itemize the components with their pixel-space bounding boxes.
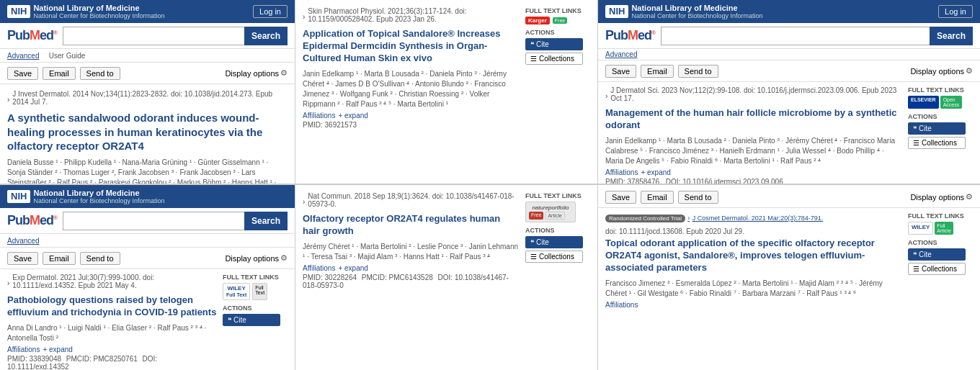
article-3-authors: Jérémy Chéret ¹ · Marta Bertolini ² · Le… [303, 242, 520, 262]
article-1-area: › J Invest Dermatol. 2014 Nov;134(11):28… [0, 84, 295, 185]
quote-icon-3: ❝ [530, 238, 534, 246]
article-5-collections-button[interactable]: ☰ Collections [908, 137, 966, 149]
article-3-cite-button[interactable]: ❝ Cite [525, 236, 583, 248]
display-options-3[interactable]: Display options ⚙ [910, 66, 973, 76]
search-input-2[interactable] [63, 212, 244, 230]
email-button[interactable]: Email [43, 67, 76, 80]
email-button-3[interactable]: Email [641, 65, 674, 78]
nih-banner-2: NIH National Library of Medicine Nationa… [0, 185, 295, 208]
send-to-button-2[interactable]: Send to [80, 252, 120, 265]
article-4-cite-button[interactable]: ❝ Cite [223, 314, 280, 326]
article-2-cite-button[interactable]: ❝ Cite [525, 38, 583, 50]
article-1-authors: Daniela Busse ¹ · Philipp Kudella ¹ · Na… [7, 158, 288, 186]
save-button-3[interactable]: Save [605, 65, 636, 78]
save-button-4[interactable]: Save [605, 191, 636, 204]
pubmed-header-2: PubMed® Search [0, 208, 295, 234]
save-button-2[interactable]: Save [7, 252, 38, 265]
article-6-doi: doi: 10.1111/jocd.13608. Epub 2020 Jul 2… [605, 227, 902, 235]
article-2-collections-button[interactable]: ☰ Collections [525, 53, 583, 65]
article-2-expand[interactable]: + expand [338, 112, 368, 119]
article-2-pmid: PMID: 36921573 [303, 121, 520, 129]
article-5-expand-icon[interactable]: › [605, 92, 607, 100]
search-input[interactable] [63, 27, 244, 45]
article-4-expand[interactable]: + expand [43, 346, 72, 353]
article-4-expand-icon[interactable]: › [7, 279, 9, 287]
send-to-button-3[interactable]: Send to [678, 65, 718, 78]
search-button-3[interactable]: Search [930, 27, 973, 45]
article-2-title[interactable]: Application of Topical Sandalore® Increa… [303, 28, 520, 65]
article-5-cite-button[interactable]: ❝ Cite [908, 122, 966, 135]
article-5-authors: Janin Edelkamp ¹ · Marta B Lousada ² · D… [605, 136, 902, 166]
collections-icon-3: ☰ [530, 253, 537, 261]
article-6-sidebar: FULL TEXT LINKS WILEY FullArticle ACTION… [908, 212, 973, 309]
elsevier-badge-5: ELSEVIER [908, 96, 939, 109]
article-3-pmid: PMID: 30228264 [303, 274, 357, 281]
search-button[interactable]: Search [244, 27, 288, 45]
wiley-badge[interactable]: WILEYFull Text [223, 283, 250, 300]
article-3-expand-icon[interactable]: › [303, 198, 305, 206]
quote-icon-6: ❝ [913, 251, 917, 258]
send-to-button[interactable]: Send to [80, 67, 120, 80]
article-3-expand[interactable]: + expand [338, 264, 368, 272]
article-5-expand[interactable]: + expand [641, 168, 670, 176]
article-6-actions-label: ACTIONS [908, 239, 973, 246]
randomized-controlled-trial-badge: Randomized Controlled Trial [605, 215, 685, 222]
pubmed-logo: PubMed® [7, 28, 57, 43]
article-4-affiliations[interactable]: Affiliations [7, 346, 40, 353]
nih-subtitle: National Center for Biotechnology Inform… [33, 12, 164, 19]
display-options-2[interactable]: Display options ⚙ [225, 253, 288, 263]
article-3-collections-button[interactable]: ☰ Collections [525, 251, 583, 263]
collections-icon-6: ☰ [913, 265, 919, 273]
nih-title-3: National Library of Medicine [631, 4, 762, 12]
display-options-label-2: Display options [225, 254, 279, 263]
article-6-affiliations[interactable]: Affiliations [605, 301, 638, 309]
gear-icon: ⚙ [280, 68, 288, 78]
article-5-sidebar: FULL TEXT LINKS ELSEVIER OpenAccess ACTI… [908, 86, 973, 185]
pubmed-logo-2: PubMed® [7, 213, 57, 228]
article-6-collections-button[interactable]: ☰ Collections [908, 263, 966, 275]
gear-icon-2: ⚙ [280, 253, 288, 263]
log-in-button-3[interactable]: Log in [938, 5, 973, 18]
article-4-pmid: PMID: 33839048 PMCID: PMC8250761 DOI: 10… [7, 355, 217, 370]
advanced-link-3[interactable]: Advanced [605, 50, 637, 58]
j-cosmet-link[interactable]: › [687, 215, 690, 222]
display-options-4[interactable]: Display options ⚙ [910, 192, 973, 202]
article-2-authors: Janin Edelkamp ¹ · Marta B Lousada ² · D… [303, 69, 520, 109]
article-6-title[interactable]: Topical odorant application of the speci… [605, 238, 902, 274]
save-button[interactable]: Save [7, 67, 38, 80]
article-2-affiliations[interactable]: Affiliations [303, 112, 335, 119]
article-5-journal: J Dermatol Sci. 2023 Nov;112(2):99-108. … [610, 86, 902, 102]
article-3-title[interactable]: Olfactory receptor OR2AT4 regulates huma… [303, 213, 520, 238]
display-options[interactable]: Display options ⚙ [225, 68, 288, 78]
article-3-main: › Nat Commun. 2018 Sep 18;9(1):3624. doi… [303, 192, 520, 289]
advanced-link-2[interactable]: Advanced [7, 237, 39, 245]
article-5-title[interactable]: Management of the human hair follicle mi… [605, 107, 902, 132]
article-4-full-text-label: FULL TEXT LINKS [223, 274, 288, 281]
article-1-title[interactable]: A synthetic sandalwood odorant induces w… [7, 111, 288, 153]
search-input-3[interactable] [661, 27, 930, 45]
pubmed-header-3: PubMed® Search [598, 23, 980, 49]
toolbar-3: Save Email Send to Display options ⚙ [598, 60, 980, 82]
article-3-full-text-label: FULL TEXT LINKS [525, 192, 590, 199]
article-4-title[interactable]: Pathobiology questions raised by telogen… [7, 294, 217, 319]
article-4-journal: Exp Dermatol. 2021 Jul;30(7):999-1000. d… [12, 274, 217, 289]
send-to-button-4[interactable]: Send to [678, 191, 718, 204]
search-button-2[interactable]: Search [244, 212, 288, 230]
free-full-badge: Free [529, 212, 543, 220]
nih-banner-3: NIH National Library of Medicine Nationa… [598, 0, 980, 23]
article-6-cite-button[interactable]: ❝ Cite [908, 248, 966, 261]
article-5-doi: DOI: 10.1016/j.jdermsci.2023.09.006 [666, 178, 783, 185]
article-3-pmcid: PMCID: PMC6143528 [362, 274, 433, 281]
email-button-4[interactable]: Email [641, 191, 674, 204]
email-button-2[interactable]: Email [43, 252, 76, 265]
advanced-link[interactable]: Advanced [7, 52, 39, 60]
open-access-badge-5: OpenAccess [940, 96, 963, 109]
article-5-affiliations[interactable]: Affiliations [605, 168, 638, 176]
log-in-button[interactable]: Log in [253, 5, 288, 18]
full-text-badge-6: FullArticle [935, 222, 953, 235]
article-3-affiliations[interactable]: Affiliations [303, 264, 335, 272]
display-options-label-4: Display options [910, 193, 964, 202]
article-5-pmid-line: PMID: 37858476 DOI: 10.1016/j.jdermsci.2… [605, 178, 902, 185]
article-2-expand-icon[interactable]: › [303, 13, 305, 21]
article-1-expand-icon[interactable]: › [7, 96, 9, 104]
